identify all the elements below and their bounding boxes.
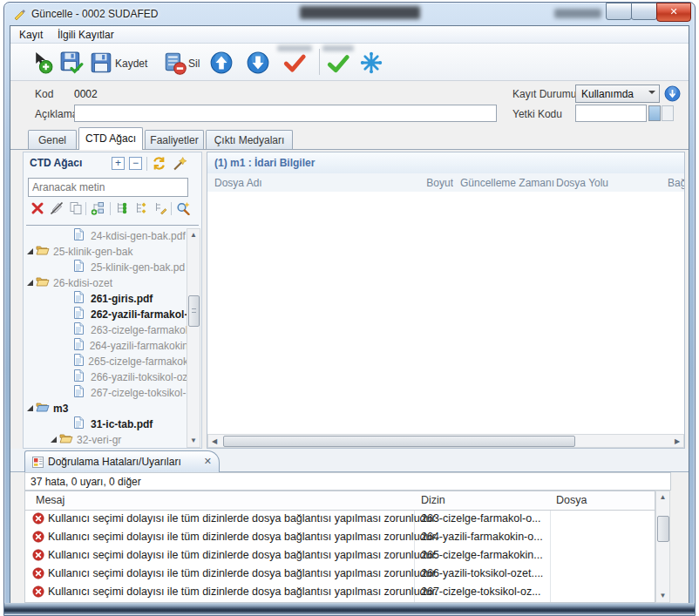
error-icon	[32, 549, 44, 564]
close-button[interactable]: ✕	[656, 3, 691, 22]
col-mesaj[interactable]: Mesaj	[36, 494, 64, 506]
tab-cikti-medyalari[interactable]: Çıktı Medyaları	[206, 130, 293, 149]
tree-item[interactable]: 267-cizelge-toksikol-	[24, 385, 188, 401]
tree-item-label: 25-klinik-gen-bak.pd	[89, 260, 185, 275]
kayit-durumu-select[interactable]: Kullanımda	[575, 85, 660, 103]
expanded-arrow-icon[interactable]	[50, 432, 59, 448]
tree-item[interactable]: 263-cizelge-farmakol	[24, 322, 188, 338]
error-row[interactable]: Kullanıcı seçimi dolayısı ile tüm dizinl…	[25, 510, 655, 528]
tab-ctd-agaci[interactable]: CTD Ağacı	[78, 127, 143, 150]
tree-item[interactable]: 262-yazili-farmakol-	[24, 307, 188, 322]
approve-button[interactable]	[326, 51, 350, 75]
aciklama-input[interactable]	[74, 105, 497, 122]
expanded-arrow-icon[interactable]	[26, 244, 36, 260]
sil-label[interactable]: Sil	[188, 58, 200, 70]
error-row[interactable]: Kullanıcı seçimi dolayısı ile tüm dizinl…	[25, 546, 655, 565]
import-button[interactable]	[209, 51, 234, 75]
kaydet-label[interactable]: Kaydet	[115, 58, 147, 70]
minimize-button[interactable]	[606, 3, 632, 20]
error-row[interactable]: Kullanıcı seçimi dolayısı ile tüm dizinl…	[25, 528, 655, 546]
tree-edit-button[interactable]	[153, 201, 168, 217]
wand-button[interactable]	[173, 156, 187, 173]
scroll-right-button[interactable]: ▶	[671, 435, 683, 448]
new-record-button[interactable]	[30, 51, 54, 75]
tree-nodes-button[interactable]	[114, 201, 130, 217]
error-row[interactable]: Kullanıcı seçimi dolayısı ile tüm dizinl…	[25, 583, 655, 601]
col-dizin[interactable]: Dizin	[421, 494, 445, 506]
scroll-up-button[interactable]: ▲	[656, 491, 669, 504]
tree-scrollbar[interactable]: ▲ ▼	[187, 228, 200, 448]
menu-kayit[interactable]: Kayıt	[19, 29, 43, 41]
col-boyut[interactable]: Boyut	[417, 177, 453, 189]
tree-item[interactable]: 25-klinik-gen-bak.pd	[24, 260, 188, 275]
tree-item[interactable]: 25-klinik-gen-bak	[24, 244, 188, 260]
tab-faaliyetler[interactable]: Faaliyetler	[145, 130, 204, 149]
col-baglantilar[interactable]: Bağl	[668, 177, 684, 189]
close-tab-icon[interactable]: ✕	[204, 456, 212, 467]
col-dosya-yolu[interactable]: Dosya Yolu	[556, 177, 608, 189]
expanded-arrow-icon[interactable]	[26, 401, 36, 416]
snowflake-icon	[359, 51, 383, 75]
tree-item[interactable]: 265-cizelge-farmakok	[24, 354, 188, 369]
separator	[146, 157, 147, 171]
error-row[interactable]: Kullanıcı seçimi dolayısı ile tüm dizinl…	[25, 601, 655, 602]
content-hscrollbar[interactable]: ◀ ▶	[207, 434, 684, 448]
refresh-button[interactable]	[152, 156, 166, 173]
tree-item[interactable]: 264-yazili-farmakokin	[24, 338, 188, 354]
tree-search-input[interactable]	[28, 178, 188, 197]
globe-up-icon	[209, 51, 234, 75]
expanded-arrow-icon[interactable]	[26, 275, 36, 291]
scroll-up-button[interactable]: ▲	[187, 229, 200, 241]
errors-vscrollbar[interactable]: ▲ ▼	[655, 491, 670, 603]
errors-tab[interactable]: Doğrulama Hataları/Uyarıları ✕	[24, 450, 220, 472]
tree-item[interactable]: m3	[24, 401, 188, 416]
tab-genel[interactable]: Genel	[28, 130, 77, 149]
add-node-button[interactable]	[90, 201, 105, 217]
menu-ilgili-kayitlar[interactable]: İlgili Kayıtlar	[58, 29, 114, 41]
tree-item[interactable]: 24-kdisi-gen-bak.pdf	[24, 228, 188, 244]
delete-button[interactable]	[162, 51, 187, 75]
save-close-button[interactable]	[59, 51, 84, 75]
disable-edit-button[interactable]	[49, 201, 64, 217]
window-title: Güncelle - 0002 SUDAFED	[31, 8, 158, 20]
tree-item[interactable]: 26-kdisi-ozet	[24, 275, 188, 291]
search-wand-button[interactable]	[175, 201, 191, 217]
yetki-browse-button[interactable]	[648, 105, 661, 121]
tree-item-label: 266-yazili-toksikol-oz	[89, 369, 187, 385]
validate-button[interactable]	[282, 51, 307, 75]
separator	[26, 225, 199, 226]
scrollbar-thumb[interactable]	[223, 436, 575, 447]
tree-item[interactable]: 261-giris.pdf	[24, 291, 188, 307]
kayit-durumu-value: Kullanımda	[581, 88, 634, 100]
errors-summary: 37 hata, 0 uyarı, 0 diğer	[31, 476, 141, 488]
status-info-button[interactable]	[664, 85, 681, 105]
expand-all-button[interactable]: +	[112, 157, 125, 170]
tree-diamond-button[interactable]	[133, 201, 149, 217]
yetki-clear-button[interactable]	[662, 105, 674, 121]
delete-icon	[162, 51, 187, 75]
col-dosya[interactable]: Dosya	[556, 494, 587, 506]
tree-add-icon	[91, 201, 105, 215]
tree-item[interactable]: 31-ic-tab.pdf	[24, 416, 188, 432]
tree-item[interactable]: 32-veri-gr	[24, 432, 188, 448]
tree-item[interactable]: 266-yazili-toksikol-oz	[24, 369, 188, 385]
error-row[interactable]: Kullanıcı seçimi dolayısı ile tüm dizinl…	[25, 565, 655, 583]
kod-value: 0002	[74, 88, 98, 100]
save-button[interactable]	[89, 51, 113, 75]
scrollbar-thumb[interactable]	[657, 516, 669, 542]
col-guncelleme-zamani[interactable]: Güncelleme Zamanı	[460, 177, 554, 189]
maximize-button[interactable]	[631, 3, 657, 20]
error-message: Kullanıcı seçimi dolayısı ile tüm dizinl…	[48, 586, 438, 598]
yetki-kodu-input[interactable]	[575, 105, 647, 122]
clear-filter-button[interactable]	[30, 201, 45, 217]
copy-button[interactable]	[68, 201, 84, 217]
scroll-left-button[interactable]: ◀	[208, 435, 221, 448]
collapse-all-button[interactable]: −	[129, 157, 142, 170]
no-edit-icon	[50, 201, 64, 215]
col-dosya-adi[interactable]: Dosya Adı	[214, 177, 262, 189]
publish-button[interactable]	[359, 51, 383, 75]
scrollbar-thumb[interactable]	[188, 295, 200, 327]
export-button[interactable]	[246, 51, 270, 75]
scroll-down-button[interactable]: ▼	[656, 590, 669, 602]
scroll-down-button[interactable]: ▼	[187, 435, 200, 447]
